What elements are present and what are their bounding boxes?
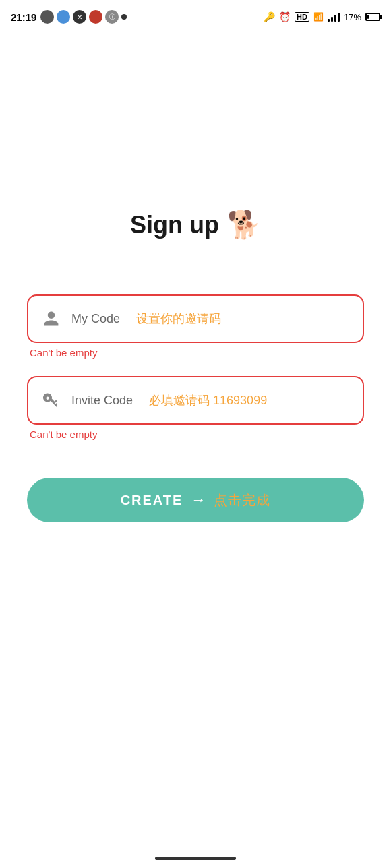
- status-bar-right: 🔑 ⏰ HD 📶 17%: [264, 11, 380, 22]
- signal-bar-1: [328, 19, 330, 22]
- home-indicator: [155, 857, 236, 860]
- create-label: CREATE: [121, 493, 183, 508]
- signal-bar-4: [338, 13, 340, 22]
- my-code-container: My Code 设置你的邀请码 Can't be empty: [27, 294, 364, 372]
- app-icon-1: [40, 10, 54, 24]
- battery-percent: 17%: [344, 12, 361, 22]
- signal-bar-3: [334, 15, 336, 22]
- sim-icon: 📶: [313, 12, 324, 22]
- create-hint: 点击完成: [214, 491, 270, 509]
- create-button[interactable]: CREATE → 点击完成: [27, 478, 364, 522]
- signal-bar-2: [331, 17, 333, 22]
- status-icons: ✕ ⓘ: [40, 10, 127, 24]
- dog-emoji: 🐕: [227, 209, 261, 241]
- arrow-icon: →: [191, 491, 206, 509]
- my-code-label: My Code: [71, 312, 120, 326]
- app-icon-5: ⓘ: [105, 10, 119, 24]
- invite-code-container: Invite Code 必填邀请码 11693099 Can't be empt…: [27, 376, 364, 454]
- invite-code-field[interactable]: Invite Code 必填邀请码 11693099: [27, 376, 364, 425]
- page-title: Sign up: [130, 211, 219, 239]
- status-bar: 21:19 ✕ ⓘ 🔑 ⏰ HD 📶 17%: [0, 0, 391, 34]
- my-code-hint: 设置你的邀请码: [136, 311, 221, 327]
- main-content: Sign up 🐕 My Code 设置你的邀请码 Can't be empty: [0, 34, 391, 522]
- battery-icon: [365, 13, 380, 21]
- battery-fill: [367, 15, 369, 19]
- dot-indicator: [121, 14, 127, 20]
- alarm-icon: ⏰: [279, 11, 291, 22]
- invite-code-error: Can't be empty: [30, 429, 364, 440]
- my-code-error: Can't be empty: [30, 347, 364, 359]
- app-icon-2: [57, 10, 70, 24]
- key-status-icon: 🔑: [264, 11, 275, 22]
- person-icon: [42, 309, 61, 328]
- key-icon: [42, 391, 61, 410]
- app-icon-4: [89, 10, 102, 24]
- form-section: My Code 设置你的邀请码 Can't be empty Invite Co…: [27, 294, 364, 522]
- title-section: Sign up 🐕: [130, 209, 261, 241]
- my-code-field[interactable]: My Code 设置你的邀请码: [27, 294, 364, 343]
- status-time: 21:19: [11, 11, 36, 23]
- hd-badge: HD: [295, 12, 309, 22]
- invite-code-label: Invite Code: [71, 394, 133, 408]
- app-icon-3: ✕: [73, 10, 86, 24]
- invite-code-hint: 必填邀请码 11693099: [149, 392, 267, 408]
- signal-bars: [328, 12, 340, 22]
- status-bar-left: 21:19 ✕ ⓘ: [11, 10, 127, 24]
